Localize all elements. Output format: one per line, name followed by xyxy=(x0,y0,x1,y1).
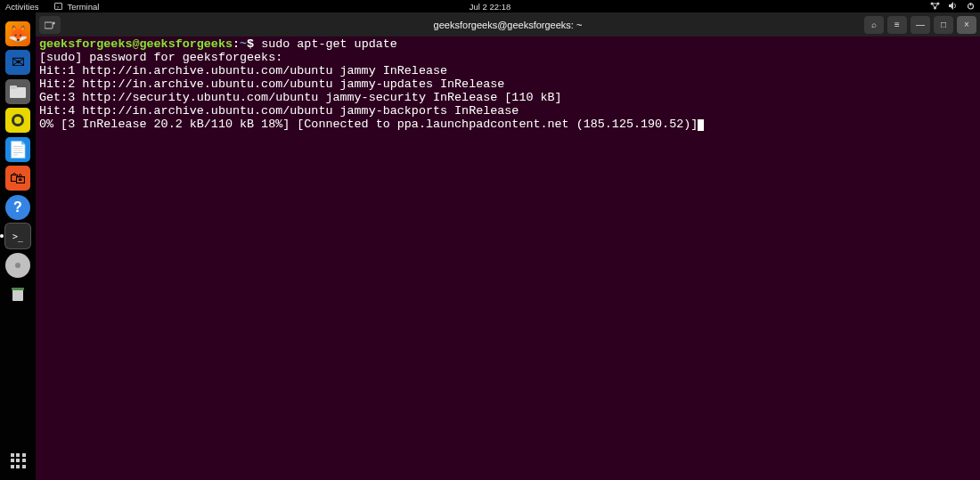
cursor xyxy=(698,119,704,131)
network-icon xyxy=(930,2,940,12)
dock: 🦊✉📄🛍?>_ xyxy=(0,12,36,480)
svg-marker-6 xyxy=(949,2,953,10)
terminal-title: geeksforgeeks@geeksforgeeks: ~ xyxy=(434,20,583,30)
show-applications-button[interactable] xyxy=(5,448,30,473)
new-tab-icon xyxy=(45,20,55,29)
close-button[interactable]: × xyxy=(957,16,976,34)
dock-files[interactable] xyxy=(5,79,30,104)
dock-disc[interactable] xyxy=(5,253,30,278)
apps-grid-icon xyxy=(11,453,26,468)
dock-trash[interactable] xyxy=(5,281,30,306)
svg-rect-10 xyxy=(10,85,17,89)
maximize-button[interactable]: □ xyxy=(934,16,953,34)
terminal-body[interactable]: geeksforgeeks@geeksforgeeks:~$ sudo apt-… xyxy=(36,37,980,480)
terminal-window: geeksforgeeks@geeksforgeeks: ~ ⌕ ≡ — □ ×… xyxy=(36,12,980,480)
dock-software[interactable]: 🛍 xyxy=(5,166,30,191)
app-menu-label: Terminal xyxy=(67,2,99,12)
terminal-header-bar: geeksforgeeks@geeksforgeeks: ~ ⌕ ≡ — □ × xyxy=(36,12,980,37)
dock-thunderbird[interactable]: ✉ xyxy=(5,50,30,75)
new-tab-button[interactable] xyxy=(39,16,61,34)
dock-terminal[interactable]: >_ xyxy=(5,224,30,248)
minimize-button[interactable]: — xyxy=(911,16,930,34)
search-button[interactable]: ⌕ xyxy=(864,16,884,34)
dock-help[interactable]: ? xyxy=(5,195,30,220)
prompt-path: ~ xyxy=(240,37,247,51)
svg-rect-13 xyxy=(45,22,53,28)
prompt-dollar: $ xyxy=(247,37,261,51)
activities-button[interactable]: Activities xyxy=(5,2,38,12)
volume-icon xyxy=(949,2,958,12)
dock-firefox[interactable]: 🦊 xyxy=(5,21,30,46)
clock[interactable]: Jul 2 22:18 xyxy=(470,2,510,12)
prompt-colon: : xyxy=(233,37,240,51)
svg-rect-12 xyxy=(12,288,24,290)
power-icon xyxy=(967,2,975,12)
dock-rhythmbox[interactable] xyxy=(5,108,30,133)
svg-rect-11 xyxy=(12,289,23,301)
status-area[interactable] xyxy=(930,2,975,12)
app-menu[interactable]: > Terminal xyxy=(54,2,99,12)
terminal-output: [sudo] password for geeksforgeeks: Hit:1… xyxy=(39,51,698,131)
svg-line-5 xyxy=(935,4,939,8)
dock-libreoffice-writer[interactable]: 📄 xyxy=(5,137,30,162)
terminal-small-icon: > xyxy=(54,3,62,10)
command-text: sudo apt-get update xyxy=(261,37,397,51)
menu-button[interactable]: ≡ xyxy=(887,16,907,34)
svg-line-4 xyxy=(932,4,935,8)
system-topbar: Activities > Terminal Jul 2 22:18 xyxy=(0,0,980,12)
prompt-user: geeksforgeeks@geeksforgeeks xyxy=(39,37,233,51)
